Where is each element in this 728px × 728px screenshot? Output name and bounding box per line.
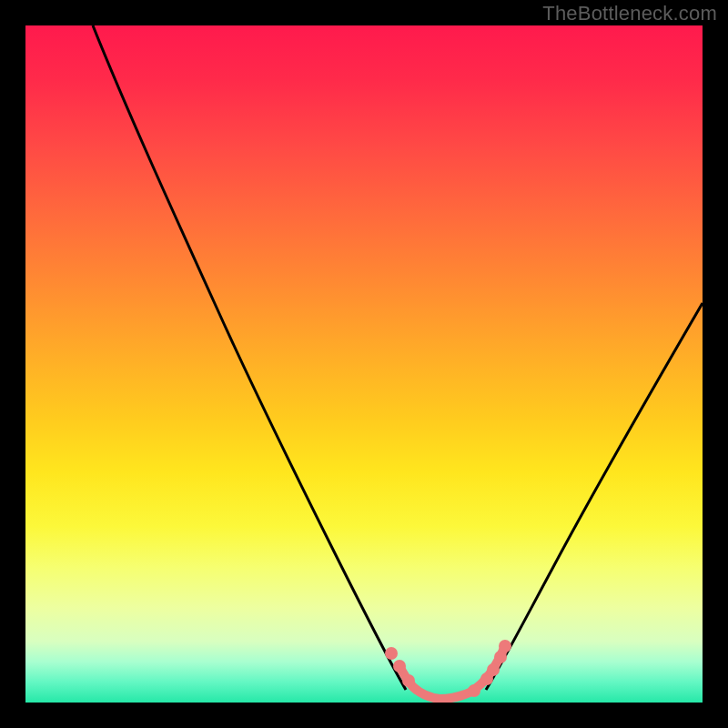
- right-curve: [486, 303, 703, 690]
- svg-point-5: [487, 663, 500, 676]
- plot-area: [25, 25, 703, 703]
- svg-point-3: [468, 684, 480, 697]
- svg-point-7: [499, 640, 511, 652]
- left-curve: [93, 25, 406, 690]
- svg-point-6: [494, 651, 507, 663]
- svg-point-0: [385, 647, 398, 660]
- svg-point-2: [402, 674, 415, 687]
- chart-svg: [25, 25, 703, 703]
- chart-frame: TheBottleneck.com: [0, 0, 728, 728]
- svg-point-1: [393, 660, 406, 672]
- watermark-label: TheBottleneck.com: [542, 2, 717, 25]
